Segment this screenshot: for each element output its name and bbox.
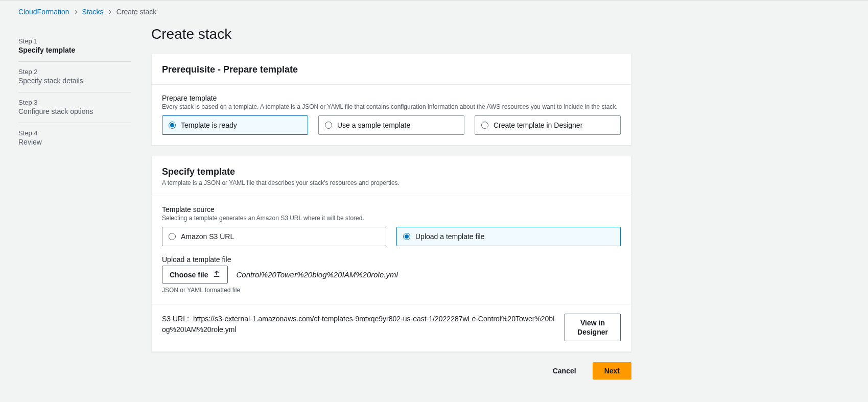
step-number: Step 1 [18,37,131,45]
tile-upload-file[interactable]: Upload a template file [396,227,621,246]
panel-title: Prerequisite - Prepare template [162,64,621,75]
tile-label: Create template in Designer [494,121,582,129]
upload-icon [213,270,220,279]
wizard-step-3[interactable]: Step 3 Configure stack options [18,92,131,123]
radio-icon [169,122,176,129]
field-label-upload: Upload a template file [162,255,621,264]
chevron-right-icon [108,8,112,16]
tile-amazon-s3-url[interactable]: Amazon S3 URL [162,227,386,246]
s3-url-label: S3 URL: [162,315,189,323]
panel-prerequisite: Prerequisite - Prepare template Prepare … [151,54,631,146]
step-number: Step 4 [18,129,131,137]
panel-specify-template: Specify template A template is a JSON or… [151,156,631,352]
step-name: Specify template [18,46,131,54]
view-in-designer-button[interactable]: View in Designer [565,314,621,341]
wizard-steps: Step 1 Specify template Step 2 Specify s… [18,22,131,380]
wizard-step-4[interactable]: Step 4 Review [18,123,131,153]
uploaded-filename: Control%20Tower%20blog%20IAM%20role.yml [236,270,397,279]
tile-use-sample[interactable]: Use a sample template [318,115,464,135]
step-name: Review [18,138,131,146]
breadcrumb-current: Create stack [116,8,157,16]
page-title: Create stack [151,26,631,42]
wizard-step-1[interactable]: Step 1 Specify template [18,31,131,62]
step-name: Specify stack details [18,77,131,85]
breadcrumb-link-cloudformation[interactable]: CloudFormation [18,8,69,16]
chevron-right-icon [74,8,78,16]
tile-label: Amazon S3 URL [181,232,234,241]
field-label-prepare: Prepare template [162,94,621,102]
tile-create-designer[interactable]: Create template in Designer [475,115,621,135]
step-name: Configure stack options [18,107,131,115]
step-number: Step 3 [18,99,131,106]
field-help-source: Selecting a template generates an Amazon… [162,215,621,222]
radio-icon [325,122,332,129]
breadcrumb: CloudFormation Stacks Create stack [0,1,868,22]
wizard-step-2[interactable]: Step 2 Specify stack details [18,62,131,92]
form-actions: Cancel Next [151,362,631,380]
radio-icon [403,233,410,240]
field-label-source: Template source [162,205,621,214]
panel-subtitle: A template is a JSON or YAML file that d… [162,179,621,186]
tile-label: Template is ready [181,121,237,129]
choose-file-label: Choose file [170,271,208,279]
upload-hint: JSON or YAML formatted file [162,287,621,294]
field-help-prepare: Every stack is based on a template. A te… [162,103,621,110]
tile-label: Upload a template file [415,232,484,241]
tile-label: Use a sample template [337,121,410,129]
step-number: Step 2 [18,68,131,76]
breadcrumb-link-stacks[interactable]: Stacks [82,8,104,16]
choose-file-button[interactable]: Choose file [162,266,228,283]
radio-icon [169,233,176,240]
tile-template-ready[interactable]: Template is ready [162,115,308,135]
next-button[interactable]: Next [593,362,631,380]
s3-url-value: https://s3-external-1.amazonaws.com/cf-t… [162,315,554,334]
cancel-button[interactable]: Cancel [546,362,583,380]
radio-icon [481,122,488,129]
panel-title: Specify template [162,167,621,177]
